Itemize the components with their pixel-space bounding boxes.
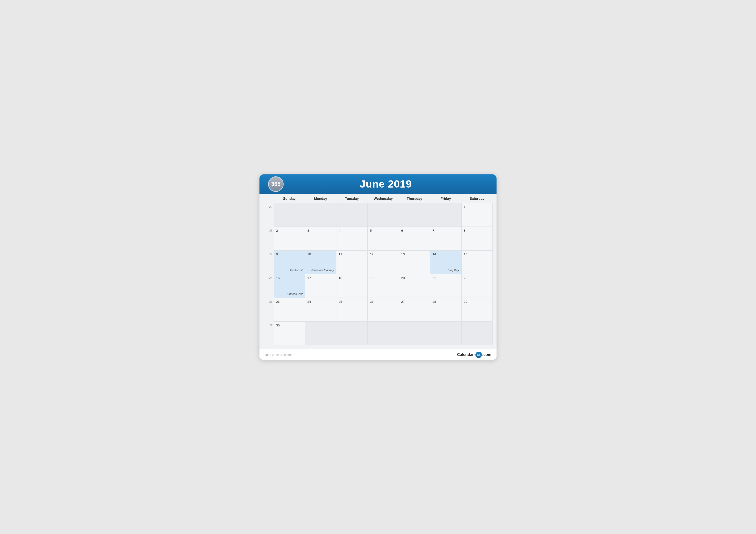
- cal-cell-empty-4: [367, 203, 399, 227]
- event-flag-day: Flag Day: [433, 268, 459, 273]
- cal-cell-day-8[interactable]: 8: [461, 227, 493, 250]
- cal-cell-day-23[interactable]: 23: [274, 298, 305, 321]
- cal-cell-day-11[interactable]: 11: [336, 250, 367, 274]
- week-number-25: 25: [263, 274, 274, 298]
- cal-cell-empty-1: [274, 203, 305, 227]
- date-number-4: 4: [338, 229, 340, 232]
- cal-cell-day-14[interactable]: 14 Flag Day: [430, 250, 461, 274]
- date-number-3: 3: [307, 229, 309, 232]
- calendar-grid: 22 1 23 2 3 4 5 6: [263, 203, 493, 345]
- cal-cell-day-18[interactable]: 18: [336, 274, 367, 298]
- cal-cell-day-6[interactable]: 6: [399, 227, 430, 250]
- calendar-container: 365 June 2019 Sunday Monday Tuesday Wedn…: [259, 174, 497, 360]
- day-header-friday: Friday: [430, 194, 461, 203]
- cal-cell-day-17[interactable]: 17: [305, 274, 336, 298]
- date-number-11: 11: [338, 252, 342, 256]
- date-number-23: 23: [276, 300, 280, 303]
- cal-cell-day-20[interactable]: 20: [399, 274, 430, 298]
- cal-cell-empty-w5-4: [399, 321, 430, 345]
- footer-logo-text: 365: [477, 354, 481, 356]
- cal-cell-day-10[interactable]: 10 Pentecost Monday: [305, 250, 336, 274]
- date-number-18: 18: [338, 276, 342, 280]
- day-header-thursday: Thursday: [399, 194, 430, 203]
- cal-cell-day-16[interactable]: 16 Father's Day: [274, 274, 305, 298]
- logo-text: 365: [271, 181, 281, 187]
- cal-cell-day-28[interactable]: 28: [430, 298, 461, 321]
- date-number-5: 5: [370, 229, 371, 232]
- cal-cell-day-25[interactable]: 25: [336, 298, 367, 321]
- cal-cell-day-30[interactable]: 30: [274, 321, 305, 345]
- cal-cell-day-4[interactable]: 4: [336, 227, 367, 250]
- calendar-footer: June 2019 Calendar Calendar- 365 .com: [259, 349, 497, 360]
- cal-cell-day-7[interactable]: 7: [430, 227, 461, 250]
- cal-cell-day-9[interactable]: 9 Pentecost: [274, 250, 305, 274]
- date-number-26: 26: [370, 300, 373, 303]
- date-number-13: 13: [401, 252, 405, 256]
- date-number-8: 8: [464, 229, 466, 232]
- cal-cell-day-26[interactable]: 26: [367, 298, 399, 321]
- date-number-9: 9: [276, 252, 278, 256]
- cal-cell-day-27[interactable]: 27: [399, 298, 430, 321]
- day-header-tuesday: Tuesday: [336, 194, 367, 203]
- cal-cell-empty-6: [430, 203, 461, 227]
- date-number-10: 10: [307, 252, 311, 256]
- date-number-29: 29: [464, 300, 468, 303]
- week-num-header: [263, 194, 274, 203]
- week-number-22: 22: [263, 203, 274, 227]
- cal-cell-day-5[interactable]: 5: [367, 227, 399, 250]
- date-number-30: 30: [276, 323, 280, 327]
- cal-cell-day-2[interactable]: 2: [274, 227, 305, 250]
- calendar-body: Sunday Monday Tuesday Wednesday Thursday…: [259, 194, 497, 349]
- cal-cell-day-22[interactable]: 22: [461, 274, 493, 298]
- event-fathers-day: Father's Day: [276, 292, 303, 296]
- footer-label: June 2019 Calendar: [265, 353, 292, 357]
- date-number-22: 22: [464, 276, 468, 280]
- calendar-header: 365 June 2019: [259, 174, 497, 194]
- cal-cell-empty-5: [399, 203, 430, 227]
- date-number-7: 7: [433, 229, 434, 232]
- cal-cell-empty-2: [305, 203, 336, 227]
- date-number-17: 17: [307, 276, 311, 280]
- cal-cell-empty-w5-5: [430, 321, 461, 345]
- date-number-24: 24: [307, 300, 311, 303]
- week-number-24: 24: [263, 250, 274, 274]
- cal-cell-day-19[interactable]: 19: [367, 274, 399, 298]
- cal-cell-day-15[interactable]: 15: [461, 250, 493, 274]
- date-number-28: 28: [433, 300, 436, 303]
- date-number-20: 20: [401, 276, 405, 280]
- day-header-wednesday: Wednesday: [367, 194, 399, 203]
- footer-brand: Calendar- 365 .com: [457, 352, 491, 358]
- cal-cell-empty-w5-6: [461, 321, 493, 345]
- date-number-1: 1: [464, 205, 466, 209]
- date-number-2: 2: [276, 229, 278, 232]
- cal-cell-day-29[interactable]: 29: [461, 298, 493, 321]
- footer-logo-circle: 365: [475, 352, 482, 358]
- cal-cell-day-1[interactable]: 1: [461, 203, 493, 227]
- cal-cell-empty-w5-1: [305, 321, 336, 345]
- cal-cell-day-24[interactable]: 24: [305, 298, 336, 321]
- date-number-27: 27: [401, 300, 405, 303]
- day-header-saturday: Saturday: [461, 194, 493, 203]
- calendar-title: June 2019: [284, 178, 488, 190]
- week-number-26: 26: [263, 298, 274, 321]
- event-pentecost: Pentecost: [276, 268, 303, 273]
- cal-cell-day-12[interactable]: 12: [367, 250, 399, 274]
- cal-cell-day-21[interactable]: 21: [430, 274, 461, 298]
- footer-brand-text-suffix: .com: [482, 352, 491, 357]
- date-number-16: 16: [276, 276, 280, 280]
- date-number-14: 14: [433, 252, 436, 256]
- footer-brand-text-prefix: Calendar-: [457, 352, 475, 357]
- event-pentecost-monday: Pentecost Monday: [307, 268, 334, 273]
- logo-circle: 365: [268, 176, 284, 192]
- day-header-monday: Monday: [305, 194, 336, 203]
- cal-cell-day-3[interactable]: 3: [305, 227, 336, 250]
- date-number-19: 19: [370, 276, 373, 280]
- cal-cell-empty-w5-2: [336, 321, 367, 345]
- date-number-25: 25: [338, 300, 342, 303]
- week-number-27: 27: [263, 321, 274, 345]
- date-number-12: 12: [370, 252, 373, 256]
- cal-cell-day-13[interactable]: 13: [399, 250, 430, 274]
- date-number-21: 21: [433, 276, 436, 280]
- day-header-sunday: Sunday: [274, 194, 305, 203]
- cal-cell-empty-w5-3: [367, 321, 399, 345]
